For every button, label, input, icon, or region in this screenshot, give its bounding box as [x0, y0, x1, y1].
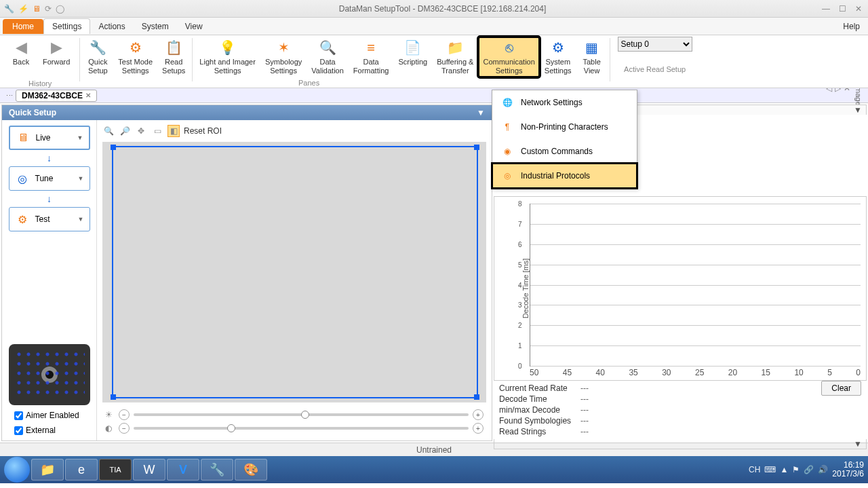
v-task[interactable]: V — [167, 459, 199, 481]
contrast-icon: ◐ — [105, 424, 115, 433]
chevron-down-icon[interactable]: ▼ — [477, 108, 485, 117]
flag-icon[interactable]: ⚑ — [792, 465, 800, 474]
quick-setup-panel: Quick Setup ▼ 🖥Live▼ ↓ ◎Tune▼ ↓ ⚙Test▼ A… — [1, 105, 492, 441]
symbology-button[interactable]: ✶Symbology Settings — [260, 37, 307, 77]
arrow-down-icon: ↓ — [47, 153, 52, 164]
explorer-task[interactable]: 📁 — [31, 459, 64, 481]
target-icon[interactable]: ✥ — [135, 125, 147, 137]
close-button[interactable]: ✕ — [853, 3, 864, 14]
roi-icon[interactable]: ◧ — [167, 125, 180, 137]
network-settings-item[interactable]: 🌐Network Settings — [492, 90, 637, 115]
read-setups-button[interactable]: 📋Read Setups — [157, 37, 190, 77]
paint-task[interactable]: 🎨 — [235, 459, 267, 481]
word-task[interactable]: W — [133, 459, 165, 481]
app-icon: 🔧 — [4, 4, 14, 14]
protocol-icon: ◎ — [500, 169, 514, 183]
roi-handle-bl[interactable] — [111, 394, 116, 400]
scripting-button[interactable]: 📄Scripting — [393, 37, 432, 69]
buffering-button[interactable]: 📁Buffering & Transfer — [432, 37, 478, 77]
right-panel: 🌐Network Settings ¶Non-Printing Characte… — [494, 105, 867, 441]
panel-dropdown-icon[interactable]: ▼ — [854, 105, 862, 115]
minimize-button[interactable]: — — [821, 3, 831, 14]
nonprinting-chars-item[interactable]: ¶Non-Printing Characters — [492, 115, 637, 139]
device-image — [9, 344, 90, 405]
system-settings-button[interactable]: ⚙System Settings — [540, 37, 576, 77]
fit-icon[interactable]: ▭ — [151, 125, 163, 137]
network-tray-icon[interactable]: 🔗 — [804, 465, 814, 474]
reset-roi-button[interactable]: Reset ROI — [184, 126, 222, 136]
roi-handle-tr[interactable] — [474, 145, 479, 150]
menu-view[interactable]: View — [177, 19, 211, 34]
ribbon: ◀Back ▶Forward History 🔧Quick Setup ⚙Tes… — [0, 35, 868, 88]
roi-handle-tl[interactable] — [111, 145, 116, 150]
refresh-icon[interactable]: ⟳ — [45, 4, 52, 14]
window-title: DataMan SetupTool - DM362-43CBCE [192.16… — [64, 4, 821, 14]
status-text: Untrained — [416, 445, 452, 455]
step-column: 🖥Live▼ ↓ ◎Tune▼ ↓ ⚙Test▼ Aimer Enabled E… — [2, 120, 97, 440]
forward-button[interactable]: ▶Forward — [38, 37, 75, 69]
ie-task[interactable]: e — [65, 459, 98, 481]
close-tab-icon[interactable]: ✕ — [85, 92, 91, 99]
bolt-icon: ⚡ — [18, 4, 28, 14]
start-button[interactable] — [4, 457, 30, 483]
roi-handle-br[interactable] — [474, 394, 479, 400]
keyboard-icon[interactable]: ⌨ — [764, 465, 776, 474]
active-read-setup-select[interactable]: Setup 0 — [618, 37, 692, 52]
test-mode-button[interactable]: ⚙Test Mode Settings — [113, 37, 157, 77]
industrial-protocols-item[interactable]: ◎Industrial Protocols — [492, 164, 637, 188]
clear-button[interactable]: Clear — [821, 381, 861, 396]
document-tab-strip: ⋮ DM362-43CBCE ✕ ◁ ▷ ✕ Image — [0, 88, 868, 103]
device-tab[interactable]: DM362-43CBCE ✕ — [16, 90, 97, 102]
communication-settings-button[interactable]: ⎋Communication Settings — [478, 37, 539, 77]
image-roi-area[interactable] — [102, 142, 486, 402]
data-formatting-button[interactable]: ≡Data Formatting — [349, 37, 394, 77]
tune-icon: ◎ — [15, 171, 30, 186]
menu-actions[interactable]: Actions — [90, 19, 133, 34]
menu-bar: Home Settings Actions System View Help — [0, 18, 868, 35]
light-imager-button[interactable]: 💡Light and Imager Settings — [195, 37, 260, 77]
ime-indicator[interactable]: CH — [749, 465, 760, 474]
tray-up-icon[interactable]: ▲ — [780, 465, 788, 474]
decode-time-chart: Decode Time [ms] 012345678 5045403530252… — [494, 196, 867, 381]
external-checkbox[interactable]: External — [7, 426, 56, 435]
test-step-button[interactable]: ⚙Test▼ — [9, 207, 90, 231]
zoom-in-icon[interactable]: 🔍 — [102, 125, 115, 137]
tia-task[interactable]: TIA — [99, 459, 132, 481]
roi-rectangle[interactable] — [112, 146, 478, 398]
live-step-button[interactable]: 🖥Live▼ — [9, 126, 90, 150]
brightness-slider[interactable]: ☀−+ — [105, 408, 484, 421]
menu-system[interactable]: System — [134, 19, 177, 34]
communication-settings-menu: 🌐Network Settings ¶Non-Printing Characte… — [492, 90, 637, 189]
volume-icon[interactable]: 🔊 — [818, 465, 828, 474]
zoom-out-icon[interactable]: 🔎 — [119, 125, 131, 137]
back-button[interactable]: ◀Back — [5, 37, 37, 69]
table-view-button[interactable]: ▦Table View — [576, 37, 608, 77]
network-icon: 🌐 — [500, 96, 514, 109]
image-side-tab-left[interactable]: ⋮ — [4, 90, 16, 100]
menu-home[interactable]: Home — [3, 19, 43, 34]
gear-icon: ⚙ — [15, 212, 30, 227]
chart-ylabel: Decode Time [ms] — [521, 259, 530, 319]
data-validation-button[interactable]: 🔍Data Validation — [307, 37, 349, 77]
menu-settings[interactable]: Settings — [43, 18, 90, 34]
quick-setup-button[interactable]: 🔧Quick Setup — [82, 37, 113, 77]
sun-icon: ☀ — [105, 410, 115, 419]
title-bar: 🔧 ⚡ 🖥 ⟳ ◯ DataMan SetupTool - DM362-43CB… — [0, 0, 868, 18]
monitor-icon: 🖥 — [16, 130, 31, 145]
circle-icon[interactable]: ◯ — [56, 4, 64, 14]
aimer-enabled-checkbox[interactable]: Aimer Enabled — [7, 411, 79, 420]
quick-setup-title: Quick Setup — [9, 108, 56, 117]
quick-setup-header: Quick Setup ▼ — [2, 105, 492, 120]
history-label: History — [28, 79, 52, 88]
windows-taskbar: 📁 e TIA W V 🔧 🎨 CH ⌨ ▲ ⚑ 🔗 🔊 16:192017/3… — [0, 456, 868, 483]
tune-step-button[interactable]: ◎Tune▼ — [9, 166, 90, 191]
dataman-task[interactable]: 🔧 — [201, 459, 233, 481]
panel-footer[interactable]: ▼ — [494, 439, 867, 449]
active-setup-label: Active Read Setup — [624, 65, 686, 73]
clock[interactable]: 16:192017/3/6 — [832, 461, 864, 478]
custom-commands-item[interactable]: ◉Custom Commands — [492, 139, 637, 164]
contrast-slider[interactable]: ◐−+ — [105, 421, 484, 435]
monitor-icon[interactable]: 🖥 — [33, 4, 41, 14]
maximize-button[interactable]: ☐ — [837, 3, 848, 14]
menu-help[interactable]: Help — [835, 19, 868, 34]
